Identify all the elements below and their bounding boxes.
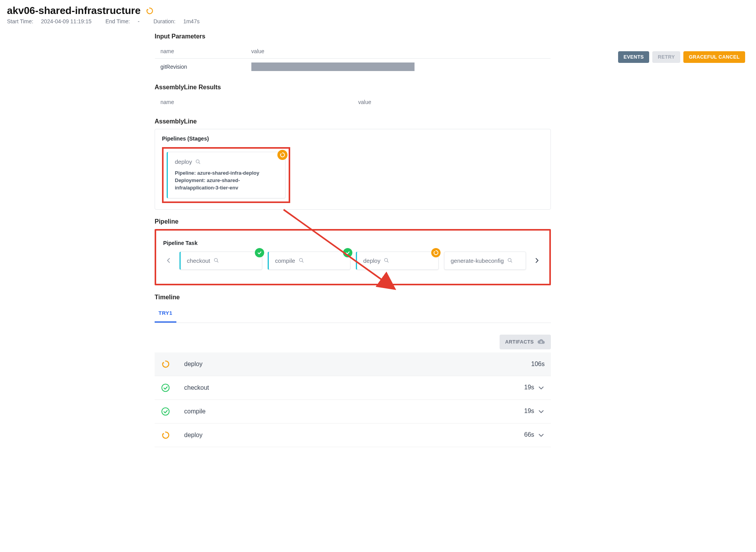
- assemblyline-panel: Pipelines (Stages) deploy Pipeline: azur…: [155, 129, 551, 210]
- input-parameters-table: name value gitRevision: [155, 44, 551, 75]
- stage-name: deploy: [175, 158, 192, 165]
- timeline-step-name: compile: [178, 399, 376, 423]
- search-icon[interactable]: [213, 257, 219, 264]
- cloud-download-icon: [537, 338, 545, 346]
- section-assemblyline: AssemblyLine: [155, 118, 551, 125]
- timeline-step-name: deploy: [178, 352, 376, 376]
- status-success-icon: [255, 248, 264, 257]
- timeline-table: deploy106scheckout19s compile19s deploy6…: [155, 352, 551, 447]
- scroll-right-button[interactable]: [531, 255, 542, 266]
- section-pipeline: Pipeline: [155, 218, 551, 225]
- col-value: value: [353, 95, 551, 109]
- chevron-down-icon[interactable]: [538, 384, 545, 391]
- run-meta: Start Time: 2024-04-09 11:19:15 End Time…: [7, 18, 749, 24]
- highlight-box-stages: deploy Pipeline: azure-shared-infra-depl…: [162, 147, 290, 203]
- status-running-icon: [431, 248, 441, 257]
- timeline-step-name: deploy: [178, 423, 376, 447]
- chevron-down-icon[interactable]: [538, 408, 545, 415]
- timeline-tabs: TRY1: [155, 305, 551, 323]
- retry-button: RETRY: [652, 51, 680, 63]
- page-title: akv06-shared-infrastructure: [7, 5, 141, 17]
- task-card-deploy[interactable]: deploy: [356, 252, 439, 270]
- search-icon[interactable]: [298, 257, 305, 264]
- highlight-box-pipeline: Pipeline Task checkout compile deploy ge…: [155, 229, 551, 285]
- timeline-duration: 19s: [376, 399, 551, 423]
- section-assemblyline-results: AssemblyLine Results: [155, 84, 551, 91]
- timeline-row[interactable]: checkout19s: [155, 376, 551, 399]
- stages-title: Pipelines (Stages): [162, 135, 543, 142]
- timeline-row[interactable]: deploy66s: [155, 423, 551, 447]
- status-running-icon: [277, 150, 287, 160]
- task-card-compile[interactable]: compile: [268, 252, 350, 270]
- status-running-icon: [145, 7, 154, 15]
- running-icon: [161, 359, 172, 369]
- section-input-parameters: Input Parameters: [155, 33, 551, 40]
- timeline-row[interactable]: compile19s: [155, 399, 551, 423]
- table-row: gitRevision: [155, 59, 551, 75]
- scroll-left-button[interactable]: [163, 255, 174, 266]
- param-name: gitRevision: [155, 59, 246, 75]
- search-icon[interactable]: [195, 159, 201, 165]
- search-icon[interactable]: [383, 257, 390, 264]
- timeline-duration: 106s: [376, 352, 551, 376]
- timeline-duration: 19s: [376, 376, 551, 399]
- stage-pipeline-label: Pipeline: azure-shared-infra-deploy: [175, 170, 278, 177]
- pipeline-task-title: Pipeline Task: [163, 240, 542, 246]
- section-timeline: Timeline: [155, 294, 551, 301]
- chevron-down-icon[interactable]: [538, 432, 545, 439]
- status-success-icon: [343, 248, 352, 257]
- redacted-value: [251, 62, 415, 71]
- timeline-duration: 66s: [376, 423, 551, 447]
- tab-try1[interactable]: TRY1: [155, 305, 176, 323]
- timeline-step-name: checkout: [178, 376, 376, 399]
- stage-deployment-label: Deployment: azure-shared-infra/applicati…: [175, 177, 278, 192]
- col-value: value: [246, 44, 551, 59]
- param-value: [246, 59, 551, 75]
- timeline-row: deploy106s: [155, 352, 551, 376]
- graceful-cancel-button[interactable]: GRACEFUL CANCEL: [683, 51, 745, 63]
- events-button[interactable]: EVENTS: [618, 51, 649, 63]
- col-name: name: [155, 44, 246, 59]
- check-circle-icon: [161, 407, 172, 416]
- artifacts-button[interactable]: ARTIFACTS: [500, 335, 551, 349]
- check-circle-icon: [161, 383, 172, 392]
- col-name: name: [155, 95, 353, 109]
- results-table: name value: [155, 95, 551, 109]
- search-icon[interactable]: [507, 257, 513, 264]
- task-card-checkout[interactable]: checkout: [179, 252, 262, 270]
- stage-card-deploy[interactable]: deploy Pipeline: azure-shared-infra-depl…: [167, 152, 286, 198]
- running-icon: [161, 430, 172, 440]
- task-card-generate-kubeconfig[interactable]: generate-kubeconfig: [444, 252, 526, 270]
